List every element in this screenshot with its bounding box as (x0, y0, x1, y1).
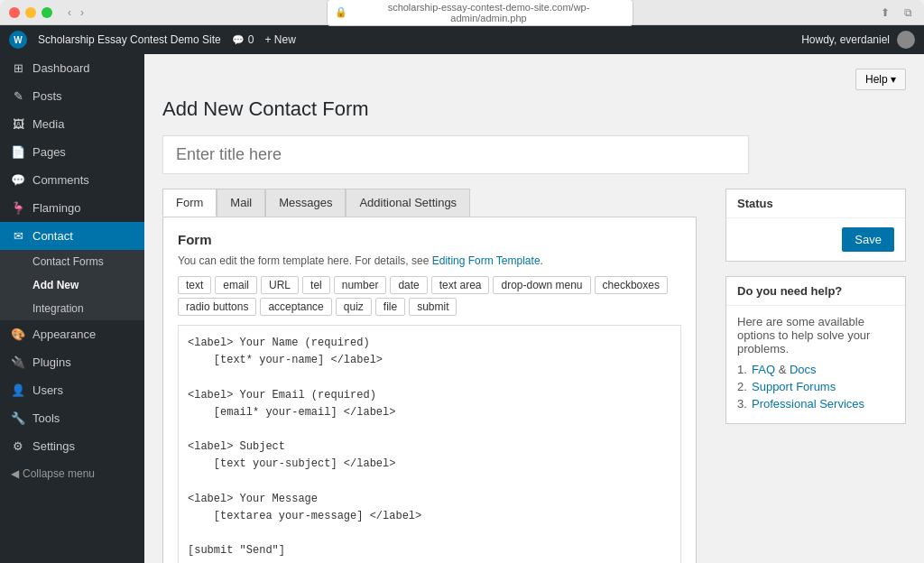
professional-services-link[interactable]: Professional Services (752, 397, 864, 411)
page-title: Add New Contact Form (162, 97, 906, 121)
tab-messages[interactable]: Messages (265, 189, 346, 217)
status-metabox-title: Status (726, 189, 905, 218)
url-bar: 🔒 scholarship-essay-contest-demo-site.co… (327, 0, 633, 26)
sidebar-item-tools[interactable]: 🔧 Tools (0, 404, 144, 432)
status-metabox: Status Save (725, 189, 906, 262)
tag-dropdown[interactable]: drop-down menu (493, 276, 590, 294)
tag-file[interactable]: file (375, 298, 405, 316)
tab-mail[interactable]: Mail (217, 189, 265, 217)
maximize-button[interactable] (42, 7, 52, 18)
integration-label: Integration (32, 302, 84, 315)
new-tab-button[interactable]: ⧉ (901, 6, 915, 19)
title-input[interactable] (162, 135, 749, 174)
sidebar-label-flamingo: Flamingo (32, 201, 80, 215)
content-left: Form Mail Messages Additional Settings F… (162, 189, 697, 563)
sidebar-label-media: Media (32, 117, 64, 131)
docs-link[interactable]: Docs (790, 363, 817, 376)
help-description: Here are some available options to help … (737, 315, 894, 355)
sidebar-item-contact[interactable]: ✉ Contact (0, 222, 144, 250)
comment-icon: 💬 (232, 34, 245, 46)
site-name[interactable]: Scholarship Essay Contest Demo Site (38, 33, 221, 46)
tag-checkboxes[interactable]: checkboxes (595, 276, 668, 294)
tag-email[interactable]: email (215, 276, 257, 294)
help-item-2: Support Forums (737, 380, 894, 393)
right-sidebar: Status Save Do you need help? Here are s… (725, 189, 906, 563)
sidebar-label-dashboard: Dashboard (32, 61, 90, 75)
share-button[interactable]: ⬆ (878, 6, 892, 19)
collapse-label: Collapse menu (23, 467, 95, 480)
sidebar-item-media[interactable]: 🖼 Media (0, 110, 144, 138)
contact-submenu: Contact Forms Add New Integration (0, 250, 144, 320)
sidebar-item-appearance[interactable]: 🎨 Appearance (0, 320, 144, 348)
sidebar-label-comments: Comments (32, 173, 89, 187)
tag-submit[interactable]: submit (409, 298, 457, 316)
comment-count-value: 0 (248, 33, 254, 46)
forward-button[interactable]: › (78, 6, 87, 19)
sidebar-label-appearance: Appearance (32, 328, 96, 341)
help-separator: & (779, 363, 790, 376)
close-button[interactable] (9, 7, 20, 18)
tag-quiz[interactable]: quiz (336, 298, 372, 316)
contact-icon: ✉ (11, 229, 25, 243)
sidebar-item-posts[interactable]: ✎ Posts (0, 82, 144, 110)
sidebar-item-comments[interactable]: 💬 Comments (0, 166, 144, 194)
tag-text[interactable]: text (178, 276, 211, 294)
tag-radio[interactable]: radio buttons (178, 298, 256, 316)
flamingo-icon: 🦩 (11, 201, 25, 215)
sidebar-item-contact-forms[interactable]: Contact Forms (0, 250, 144, 273)
tools-icon: 🔧 (11, 411, 25, 425)
posts-icon: ✎ (11, 89, 25, 103)
tab-form[interactable]: Form (162, 189, 217, 217)
help-metabox-body: Here are some available options to help … (726, 306, 905, 423)
sidebar: ⊞ Dashboard ✎ Posts 🖼 Media 📄 Pages 💬 Co… (0, 54, 144, 563)
collapse-menu[interactable]: ◀ Collapse menu (0, 460, 144, 487)
window-chrome: ‹ › 🔒 scholarship-essay-contest-demo-sit… (0, 0, 924, 25)
status-metabox-body: Save (726, 218, 905, 261)
tag-date[interactable]: date (390, 276, 427, 294)
sidebar-label-posts: Posts (32, 89, 62, 103)
help-button[interactable]: Help ▾ (855, 69, 906, 90)
support-forums-link[interactable]: Support Forums (752, 380, 836, 393)
tag-url[interactable]: URL (261, 276, 299, 294)
help-metabox: Do you need help? Here are some availabl… (725, 276, 906, 424)
wp-logo[interactable]: W (9, 31, 27, 49)
tag-textarea[interactable]: text area (431, 276, 490, 294)
minimize-button[interactable] (25, 7, 36, 18)
form-description: You can edit the form template here. For… (178, 254, 681, 267)
settings-icon: ⚙ (11, 439, 25, 453)
help-list: FAQ & Docs Support Forums Professional S… (737, 363, 894, 411)
content-area: Help ▾ Add New Contact Form Form Mail Me… (144, 54, 924, 563)
save-button[interactable]: Save (842, 227, 894, 252)
editing-template-link[interactable]: Editing Form Template (432, 254, 541, 267)
faq-link[interactable]: FAQ (752, 363, 775, 376)
dashboard-icon: ⊞ (11, 61, 25, 75)
new-link[interactable]: + New (264, 33, 295, 46)
sidebar-label-settings: Settings (32, 439, 75, 453)
sidebar-item-flamingo[interactable]: 🦩 Flamingo (0, 194, 144, 222)
sidebar-label-tools: Tools (32, 411, 60, 425)
sidebar-item-add-new[interactable]: Add New (0, 273, 144, 297)
sidebar-item-settings[interactable]: ⚙ Settings (0, 432, 144, 460)
comments-icon: 💬 (11, 173, 25, 187)
help-item-3: Professional Services (737, 397, 894, 411)
sidebar-item-pages[interactable]: 📄 Pages (0, 138, 144, 166)
form-description-text: You can edit the form template here. For… (178, 254, 432, 267)
comments-count[interactable]: 💬 0 (232, 33, 254, 46)
sidebar-item-dashboard[interactable]: ⊞ Dashboard (0, 54, 144, 82)
avatar (897, 31, 915, 49)
tag-buttons: text email URL tel number date text area… (178, 276, 681, 316)
back-button[interactable]: ‹ (65, 6, 74, 19)
tag-acceptance[interactable]: acceptance (260, 298, 331, 316)
form-code-editor[interactable]: <label> Your Name (required) [text* your… (178, 325, 681, 563)
tag-number[interactable]: number (334, 276, 387, 294)
help-item-1: FAQ & Docs (737, 363, 894, 376)
sidebar-item-integration[interactable]: Integration (0, 297, 144, 320)
form-panel: Form You can edit the form template here… (162, 217, 697, 563)
tag-tel[interactable]: tel (302, 276, 330, 294)
plugins-icon: 🔌 (11, 355, 25, 369)
help-metabox-title: Do you need help? (726, 277, 905, 306)
tab-additional-settings[interactable]: Additional Settings (346, 189, 470, 217)
sidebar-item-plugins[interactable]: 🔌 Plugins (0, 348, 144, 376)
add-new-label: Add New (32, 279, 79, 291)
sidebar-item-users[interactable]: 👤 Users (0, 376, 144, 404)
